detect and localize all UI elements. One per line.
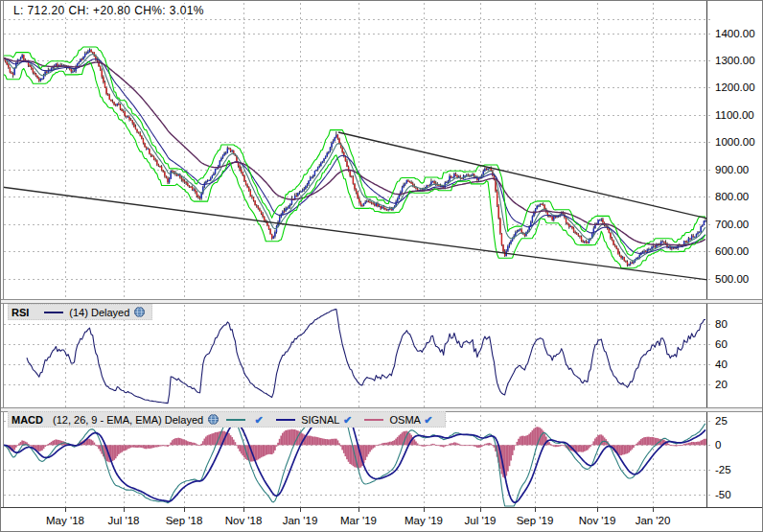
time-axis-tick [597,508,598,512]
rsi-indicator-name: RSI [12,307,29,318]
rsi-axis-label: 80 [715,318,728,330]
time-axis-label: May '18 [46,515,84,526]
time-axis-label: Sep '18 [166,515,203,526]
macd-series-checkbox[interactable]: ✔ [253,414,265,426]
macd-params-label: (12, 26, 9 - EMA, EMA) Delayed [53,414,203,426]
macd-axis-label: -25 [715,464,731,475]
osma-line-sample [364,419,383,421]
chart-plot-canvas[interactable] [1,1,712,507]
signal-label: SIGNAL [301,414,339,426]
time-axis-tick [243,508,244,512]
time-axis-label: Jan '20 [636,515,671,526]
price-axis-label: 1400.00 [715,28,755,39]
price-axis-label: 900.00 [715,164,749,175]
rsi-axis-label: 60 [715,338,728,350]
globe-icon[interactable] [134,307,145,319]
time-axis-label: Nov '18 [225,515,263,526]
signal-line-sample [276,419,295,421]
time-axis-tick [358,508,359,512]
time-axis-label: Jan '19 [283,515,318,526]
osma-series-checkbox[interactable]: ✔ [423,414,434,426]
price-axis-label: 500.00 [715,273,749,285]
time-axis-tick [124,508,125,512]
time-axis-label: Sep '19 [517,515,554,526]
price-axis-label: 600.00 [715,245,749,257]
macd-axis-label: 0 [715,439,721,451]
time-axis[interactable]: May '18Jul '18Sep '18Nov '18Jan '19Mar '… [1,507,762,532]
time-axis-label: Nov '19 [579,515,616,526]
signal-series-checkbox[interactable]: ✔ [341,414,353,426]
macd-indicator-name: MACD [12,414,43,426]
price-axis-label: 1100.00 [715,109,754,121]
rsi-axis-label: 40 [715,359,728,370]
macd-axis-label: 25 [715,415,728,427]
price-axis-label: 700.00 [715,219,749,230]
rsi-axis-label: 20 [715,379,728,390]
time-axis-tick [653,508,654,512]
osma-label: OSMA [389,414,420,426]
macd-legend[interactable]: MACD (12, 26, 9 - EMA, EMA) Delayed ✔ SI… [8,411,446,428]
rsi-line-sample [44,312,63,313]
time-axis-tick [300,508,301,512]
price-axis-label: 1300.00 [715,55,755,66]
rsi-params-label: (14) Delayed [69,307,129,318]
stock-chart-window: L: 712.20 CH: +20.80 CH%: 3.01% RSI (14)… [0,0,763,532]
time-axis-label: Jul '19 [465,515,497,526]
macd-axis-label: -50 [715,489,731,500]
quote-legend: L: 712.20 CH: +20.80 CH%: 3.01% [11,4,207,17]
time-axis-tick [184,508,185,512]
macd-line-sample [226,419,245,421]
time-axis-label: May '19 [405,515,443,526]
time-axis-tick [65,508,66,512]
price-axis-label: 1000.00 [715,136,755,148]
price-axis-label: 800.00 [715,191,749,202]
globe-icon[interactable] [208,414,219,427]
rsi-legend[interactable]: RSI (14) Delayed [8,304,152,320]
time-axis-label: Jul '18 [108,515,140,526]
time-axis-tick [424,508,425,512]
price-axis-label: 1200.00 [715,81,755,93]
time-axis-tick [535,508,536,512]
time-axis-label: Mar '19 [340,515,377,526]
time-axis-tick [480,508,481,512]
